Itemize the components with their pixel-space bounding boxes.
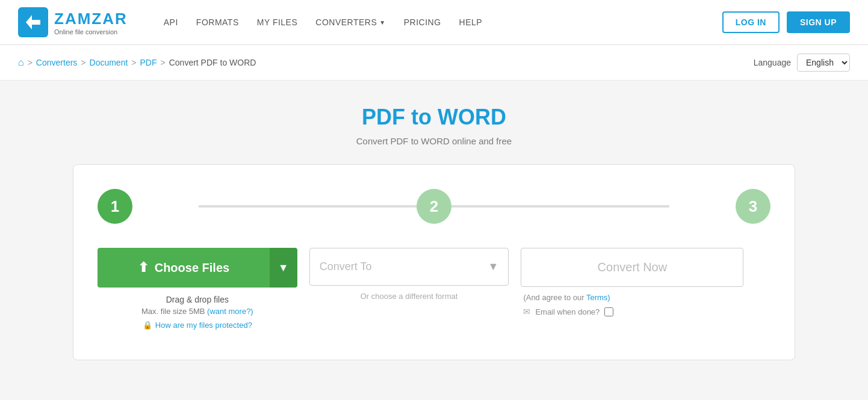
logo-title: ZAMZAR (54, 10, 128, 28)
choose-files-section: ⬆ Choose Files ▼ Drag & drop files Max. … (98, 248, 297, 330)
logo-icon (18, 7, 48, 37)
convert-to-hint: Or choose a different format (361, 292, 458, 301)
email-icon: ✉ (523, 307, 530, 316)
header-actions: LOG IN SIGN UP (722, 11, 850, 33)
email-row: ✉ Email when done? (521, 307, 613, 316)
page-title: PDF to WORD (362, 105, 506, 130)
nav-my-files[interactable]: MY FILES (257, 17, 298, 27)
file-protection-link[interactable]: 🔒 How are my files protected? (143, 321, 252, 330)
choose-files-button[interactable]: ⬆ Choose Files (98, 248, 270, 288)
breadcrumb-home-link[interactable]: ⌂ (18, 57, 24, 68)
convert-to-section: Convert To ▼ Or choose a different forma… (309, 248, 509, 301)
actions-row: ⬆ Choose Files ▼ Drag & drop files Max. … (98, 248, 770, 330)
breadcrumb-current: Convert PDF to WORD (169, 58, 256, 67)
nav-converters[interactable]: CONVERTERS ▼ (315, 17, 385, 27)
drag-drop-text: Drag & drop files (166, 295, 229, 304)
file-size-text: Max. file size 5MB (want more?) (141, 307, 253, 316)
convert-now-section: Convert Now (And agree to our Terms) ✉ E… (521, 248, 770, 316)
convert-to-chevron-icon: ▼ (488, 260, 499, 273)
lock-icon: 🔒 (143, 321, 152, 330)
main-content: PDF to WORD Convert PDF to WORD online a… (0, 81, 868, 384)
email-when-done-checkbox[interactable] (604, 307, 613, 316)
breadcrumb-converters-link[interactable]: Converters (36, 58, 77, 67)
nav-formats[interactable]: FORMATS (196, 17, 239, 27)
choose-files-chevron-icon: ▼ (278, 262, 289, 274)
converter-card: 1 2 3 ⬆ Choose Files ▼ (73, 164, 795, 360)
choose-files-dropdown-button[interactable]: ▼ (270, 248, 297, 288)
signup-button[interactable]: SIGN UP (787, 11, 850, 33)
want-more-link[interactable]: (want more?) (207, 307, 253, 316)
breadcrumb-sep1: > (28, 58, 33, 67)
breadcrumb-sep2: > (81, 58, 85, 67)
step-2-circle: 2 (417, 189, 451, 224)
convert-to-dropdown[interactable]: Convert To ▼ (309, 248, 509, 286)
language-select[interactable]: English (797, 54, 850, 72)
convert-now-button[interactable]: Convert Now (521, 248, 743, 287)
login-button[interactable]: LOG IN (722, 11, 780, 33)
steps-bar: 1 2 3 (98, 189, 770, 224)
step-3-circle: 3 (736, 189, 770, 224)
choose-files-wrapper: ⬆ Choose Files ▼ (98, 248, 297, 288)
converters-chevron-icon: ▼ (379, 19, 385, 26)
breadcrumb-sep3: > (131, 58, 136, 67)
svg-marker-0 (26, 15, 40, 29)
page-subtitle: Convert PDF to WORD online and free (356, 136, 512, 146)
breadcrumb-document-link[interactable]: Document (90, 58, 128, 67)
breadcrumb-pdf-link[interactable]: PDF (140, 58, 157, 67)
step-1-circle: 1 (98, 189, 132, 224)
upload-icon: ⬆ (138, 260, 149, 275)
breadcrumb-bar: ⌂ > Converters > Document > PDF > Conver… (0, 45, 868, 81)
main-nav: API FORMATS MY FILES CONVERTERS ▼ PRICIN… (164, 17, 722, 27)
breadcrumb-sep4: > (161, 58, 166, 67)
breadcrumb: ⌂ > Converters > Document > PDF > Conver… (18, 57, 256, 68)
logo[interactable]: ZAMZAR Online file conversion (18, 7, 128, 37)
nav-api[interactable]: API (164, 17, 178, 27)
language-label: Language (754, 58, 791, 67)
nav-pricing[interactable]: PRICING (404, 17, 441, 27)
home-icon: ⌂ (18, 57, 24, 67)
logo-subtitle: Online file conversion (54, 28, 128, 35)
terms-link[interactable]: Terms) (586, 293, 610, 302)
language-area: Language English (754, 54, 850, 72)
nav-help[interactable]: HELP (459, 17, 483, 27)
terms-text: (And agree to our Terms) (521, 293, 610, 302)
